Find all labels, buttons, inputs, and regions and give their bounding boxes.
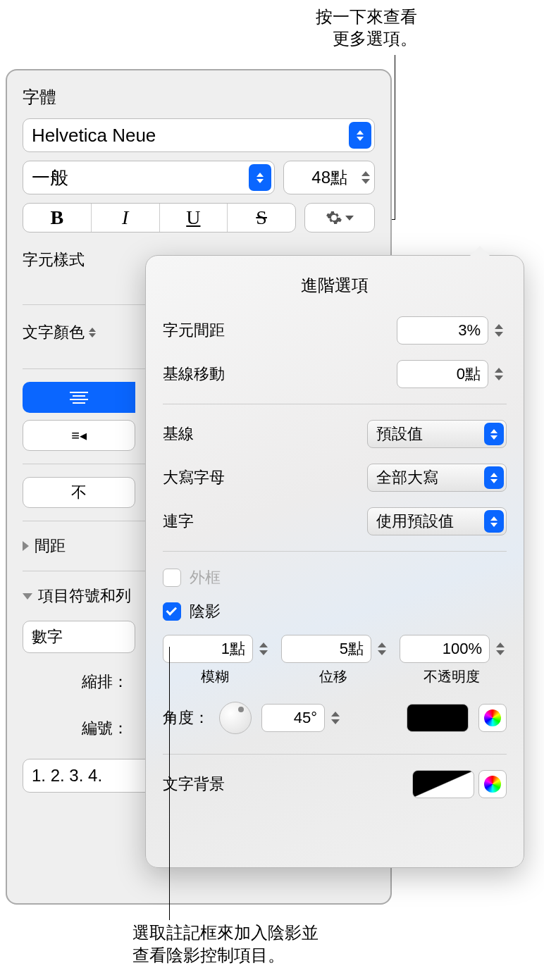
shadow-blur-value: 1點 [221,638,245,659]
outline-checkbox[interactable] [163,569,181,587]
stepper-icon[interactable] [254,635,273,662]
advanced-options-popover: 進階選項 字元間距 3% 基線移動 0點 基線 預設值 大寫字母 全部大寫 [145,255,524,868]
shadow-checkbox-row[interactable]: 陰影 [163,601,507,622]
callout-line [395,55,395,220]
baseline-select[interactable]: 預設值 [367,420,507,448]
disclosure-triangle-icon [23,593,32,600]
shadow-offset-label: 位移 [281,667,385,686]
bullet-type-select[interactable]: 數字 [23,621,135,653]
baseline-shift-value: 0點 [457,364,481,385]
text-background-label: 文字背景 [163,774,225,795]
popover-title: 進階選項 [163,274,507,297]
stepper-icon[interactable] [326,705,345,731]
char-spacing-input[interactable]: 3% [397,316,488,345]
angle-input[interactable]: 45° [261,704,325,732]
divider [163,551,507,552]
popup-arrows-icon [249,164,271,191]
advanced-options-button[interactable] [304,203,375,232]
stepper-icon[interactable] [489,361,509,387]
outline-checkbox-row[interactable]: 外框 [163,567,507,588]
spacing-label: 間距 [35,535,66,557]
shadow-opacity-label: 不透明度 [400,667,504,686]
stepper-icon[interactable] [489,317,509,344]
align-center-button[interactable] [23,382,135,413]
font-family-value: Helvetica Neue [32,125,156,147]
baseline-value: 預設值 [376,423,423,445]
shadow-color-picker-button[interactable] [478,704,507,732]
outline-label: 外框 [190,567,221,588]
popup-arrows-icon [349,122,371,149]
indent-label: 縮排： [23,666,128,693]
shadow-label: 陰影 [190,601,221,622]
callout-text: 查看陰影控制項目。 [132,944,319,967]
shadow-blur-input[interactable]: 1點 [163,635,253,663]
stepper-icon[interactable] [490,635,510,662]
text-bg-color-well[interactable] [412,770,474,798]
divider [163,754,507,755]
font-section-label: 字體 [23,86,375,108]
color-wheel-icon [484,709,501,726]
shadow-blur-label: 模糊 [163,667,267,686]
divider [163,404,507,404]
baseline-shift-input[interactable]: 0點 [397,360,488,388]
text-color-label: 文字顏色 [23,322,85,343]
popup-arrows-icon [484,423,504,445]
bullets-label: 項目符號和列 [38,585,131,607]
checkmark-icon [166,604,178,616]
shadow-checkbox[interactable] [163,602,181,621]
align-center-icon [70,392,88,404]
up-down-icon [89,328,96,337]
font-size-value: 48點 [311,166,347,189]
strikethrough-button[interactable]: S [228,204,295,232]
ligatures-label: 連字 [163,511,194,532]
italic-button[interactable]: I [92,204,160,232]
stepper-icon[interactable] [356,161,376,194]
text-style-segmented: B I U S [23,203,296,232]
callout-line [169,647,170,920]
underline-button[interactable]: U [160,204,228,232]
angle-dial[interactable] [219,702,252,734]
popup-arrows-icon [484,510,504,533]
number-format-value: 1. 2. 3. 4. [32,766,102,786]
char-spacing-value: 3% [458,321,481,340]
arrow-up-icon: 不 [71,482,87,503]
number-label: 編號： [23,712,128,739]
text-direction-icon: ≡◂ [71,427,87,444]
callout-text: 按一下來查看 [316,6,417,27]
color-wheel-icon [484,776,501,793]
disclosure-triangle-icon [23,541,29,551]
stepper-icon[interactable] [372,635,392,662]
bullet-type-value: 數字 [32,626,63,647]
callout-text: 更多選項。 [316,27,417,49]
caps-value: 全部大寫 [376,467,438,488]
popup-arrows-icon [484,466,504,489]
shadow-opacity-input[interactable]: 100% [400,635,490,663]
shadow-offset-value: 5點 [340,638,364,659]
caps-select[interactable]: 全部大寫 [367,464,507,492]
ligatures-value: 使用預設值 [376,511,454,532]
shadow-opacity-value: 100% [443,640,482,658]
callout-text: 選取註記框來加入陰影並 [132,922,319,944]
shadow-color-well[interactable] [407,704,469,732]
font-style-select[interactable]: 一般 [23,161,275,194]
callout-top: 按一下來查看 更多選項。 [316,6,417,49]
font-size-input[interactable]: 48點 [283,161,375,194]
text-direction-button[interactable]: ≡◂ [23,420,135,451]
baseline-shift-label: 基線移動 [163,364,225,385]
font-style-value: 一般 [32,166,68,190]
shadow-offset-input[interactable]: 5點 [281,635,371,663]
font-family-select[interactable]: Helvetica Neue [23,118,375,152]
callout-bottom: 選取註記框來加入陰影並 查看陰影控制項目。 [132,922,319,967]
vertical-align-top-button[interactable]: 不 [23,477,135,508]
char-spacing-label: 字元間距 [163,320,225,341]
text-bg-color-picker-button[interactable] [478,770,507,798]
caps-label: 大寫字母 [163,467,225,488]
angle-value: 45° [294,709,317,727]
bold-button[interactable]: B [23,204,92,232]
chevron-down-icon [345,216,354,221]
ligatures-select[interactable]: 使用預設值 [367,507,507,535]
gear-icon [326,209,342,226]
baseline-label: 基線 [163,423,194,445]
